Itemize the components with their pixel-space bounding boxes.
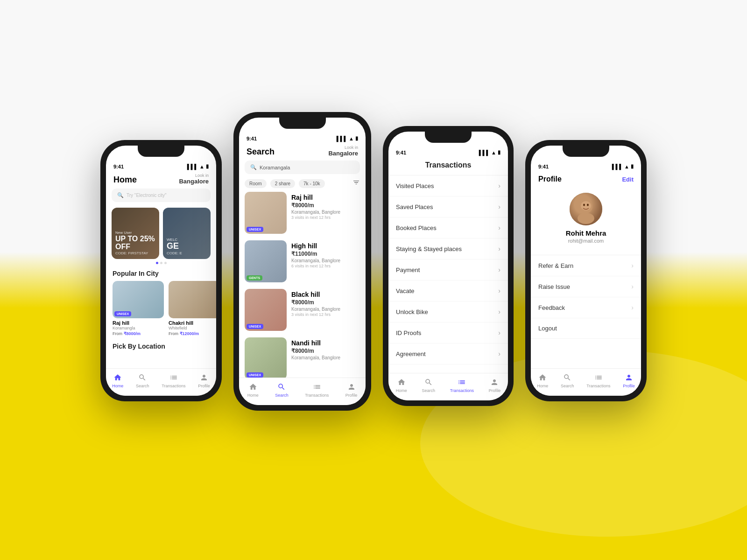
nav-home-phone4[interactable]: Home bbox=[537, 372, 548, 388]
menu-feedback[interactable]: Feedback › bbox=[531, 297, 641, 318]
filter-icon[interactable] bbox=[352, 179, 360, 188]
prop-card-1[interactable]: UNISEX Raj hill Koramangla From ₹8000/m bbox=[113, 281, 164, 336]
trans-item-vacate[interactable]: Vacate › bbox=[388, 280, 508, 301]
home-banners: New User UP TO 25% OFF CODE: FIRSTSTAY W… bbox=[112, 208, 211, 259]
search-icon-p2: 🔍 bbox=[250, 164, 257, 170]
popular-title: Popular In City bbox=[106, 267, 216, 281]
profile-nav-icon-p4 bbox=[624, 372, 634, 383]
chevron-booked: › bbox=[498, 224, 500, 231]
nav-profile-phone2[interactable]: Profile bbox=[345, 382, 358, 398]
list-item[interactable]: GENTS High hill ₹11000/m Koramangala, Ba… bbox=[245, 240, 360, 282]
chevron-raise: › bbox=[631, 283, 634, 290]
nav-search-label-p3: Search bbox=[422, 388, 436, 393]
trans-label-agreement: Agreement bbox=[396, 350, 426, 357]
status-bar-phone4: 9:41 ▌▌▌ ▲ ▮ bbox=[531, 160, 641, 171]
filter-row: Room 2 share 7k - 10k bbox=[239, 179, 366, 192]
menu-refer-earn[interactable]: Refer & Earn › bbox=[531, 255, 641, 276]
bottom-nav-phone2: Home Search Transactions bbox=[239, 378, 366, 405]
prop-area-2: Whitefield bbox=[169, 326, 216, 330]
trans-label-booked: Booked Places bbox=[396, 224, 437, 231]
banner1-code: CODE: FIRSTSTAY bbox=[115, 251, 155, 255]
avatar-section: Rohit Mehra rohit@mail.com bbox=[531, 189, 641, 251]
trans-item-payment[interactable]: Payment › bbox=[388, 259, 508, 280]
menu-logout[interactable]: Logout bbox=[531, 318, 641, 339]
nav-profile-phone1[interactable]: Profile bbox=[198, 372, 210, 388]
edit-button[interactable]: Edit bbox=[622, 176, 634, 183]
nav-label-search: Search bbox=[136, 384, 149, 388]
trans-item-bike[interactable]: Unlock Bike › bbox=[388, 301, 508, 322]
search-input-bar[interactable]: 🔍 Koramangala bbox=[245, 161, 360, 174]
nav-trans-phone4[interactable]: Transactions bbox=[586, 372, 610, 388]
notch-phone2 bbox=[279, 118, 326, 129]
list-item[interactable]: UNISEX Nandi hill ₹8000/m Koramangala, B… bbox=[245, 337, 360, 379]
menu-raise-issue[interactable]: Raise Issue › bbox=[531, 276, 641, 297]
search-nav-icon bbox=[137, 372, 148, 383]
list-visits-3: 3 visits in next 12 hrs bbox=[291, 312, 360, 317]
profile-nav-icon-p3 bbox=[489, 377, 500, 387]
nav-trans-phone3[interactable]: Transactions bbox=[450, 377, 474, 393]
transactions-header: Transactions bbox=[388, 157, 508, 175]
trans-nav-icon-p2 bbox=[312, 382, 322, 392]
filter-price[interactable]: 7k - 10k bbox=[299, 179, 325, 188]
wifi-icon-p3: ▲ bbox=[491, 150, 496, 155]
prop-name-1: Raj hill bbox=[113, 320, 164, 326]
prop-card-2[interactable]: Chakri hill Whitefield From ₹12000/m bbox=[169, 281, 216, 336]
banner1-big: UP TO 25% OFF bbox=[115, 235, 155, 251]
nav-label-trans: Transactions bbox=[162, 384, 185, 388]
banner-card-1[interactable]: New User UP TO 25% OFF CODE: FIRSTSTAY bbox=[112, 208, 159, 259]
list-name-2: High hill bbox=[291, 242, 360, 250]
trans-item-staying[interactable]: Staying & Stayed places › bbox=[388, 238, 508, 259]
nav-search-phone4[interactable]: Search bbox=[561, 372, 574, 388]
dot-2 bbox=[160, 262, 162, 264]
trans-item-agreement[interactable]: Agreement › bbox=[388, 343, 508, 364]
chevron-vacate: › bbox=[498, 287, 500, 294]
notch-phone4 bbox=[563, 146, 609, 157]
nav-home-phone2[interactable]: Home bbox=[247, 382, 259, 398]
profile-nav-icon-p2 bbox=[346, 382, 357, 392]
list-price-4: ₹8000/m bbox=[291, 348, 360, 354]
nav-search-phone1[interactable]: Search bbox=[136, 372, 149, 388]
nav-search-phone2[interactable]: Search bbox=[275, 382, 289, 398]
bottom-nav-phone4: Home Search Transactions bbox=[531, 368, 641, 396]
popular-cards: UNISEX Raj hill Koramangla From ₹8000/m … bbox=[106, 281, 216, 336]
prop-price-1: From ₹8000/m bbox=[113, 331, 164, 336]
trans-item-visited[interactable]: Visited Places › bbox=[388, 175, 508, 196]
trans-item-saved[interactable]: Saved Places › bbox=[388, 196, 508, 217]
svg-point-2 bbox=[583, 204, 585, 206]
banner-card-2[interactable]: WELC GE CODE: E bbox=[163, 208, 211, 259]
status-icons-phone4: ▌▌▌ ▲ ▮ bbox=[612, 163, 634, 169]
notch-phone3 bbox=[425, 132, 472, 143]
nav-home-phone1[interactable]: Home bbox=[112, 372, 123, 388]
battery-icon-p2: ▮ bbox=[355, 135, 358, 141]
list-item[interactable]: UNISEX Black hill ₹8000/m Koramangala, B… bbox=[245, 289, 360, 331]
chevron-visited: › bbox=[498, 182, 500, 189]
filter-share[interactable]: 2 share bbox=[270, 179, 295, 188]
nav-profile-phone4[interactable]: Profile bbox=[623, 372, 635, 388]
filter-room[interactable]: Room bbox=[245, 179, 267, 188]
nav-home-phone3[interactable]: Home bbox=[396, 377, 407, 393]
list-item[interactable]: UNISEX Raj hill ₹8000/m Koramangala, Ban… bbox=[245, 192, 360, 234]
banner2-code: CODE: E bbox=[167, 251, 207, 255]
list-badge-3: UNISEX bbox=[247, 324, 263, 329]
phone-home: 9:41 ▌▌▌ ▲ ▮ Home Look in bbox=[100, 140, 222, 401]
nav-trans-phone1[interactable]: Transactions bbox=[162, 372, 185, 388]
trans-item-id[interactable]: ID Proofs › bbox=[388, 322, 508, 343]
status-bar-phone1: 9:41 ▌▌▌ ▲ ▮ bbox=[106, 160, 216, 171]
list-name-4: Nandi hill bbox=[291, 339, 360, 347]
bottom-nav-phone1: Home Search Transactions bbox=[106, 368, 216, 396]
svg-point-4 bbox=[578, 213, 594, 224]
home-search-bar[interactable]: 🔍 Try "Electronic city" bbox=[112, 189, 211, 202]
signal-icon-p3: ▌▌▌ bbox=[479, 150, 490, 155]
nav-profile-phone3[interactable]: Profile bbox=[489, 377, 501, 393]
nav-search-phone3[interactable]: Search bbox=[422, 377, 436, 393]
user-email: rohit@mail.com bbox=[568, 238, 604, 244]
property-list: UNISEX Raj hill ₹8000/m Koramangala, Ban… bbox=[239, 192, 366, 384]
nav-trans-phone2[interactable]: Transactions bbox=[305, 382, 329, 398]
trans-nav-icon-p4 bbox=[593, 372, 604, 383]
location-title: Pick By Location bbox=[106, 340, 216, 354]
signal-icon-p2: ▌▌▌ bbox=[337, 136, 347, 141]
phone-profile: 9:41 ▌▌▌ ▲ ▮ Profile Edit bbox=[525, 140, 647, 401]
phone-transactions: 9:41 ▌▌▌ ▲ ▮ Transactions V bbox=[383, 126, 514, 406]
trans-item-booked[interactable]: Booked Places › bbox=[388, 217, 508, 238]
list-img-2: GENTS bbox=[245, 240, 287, 282]
